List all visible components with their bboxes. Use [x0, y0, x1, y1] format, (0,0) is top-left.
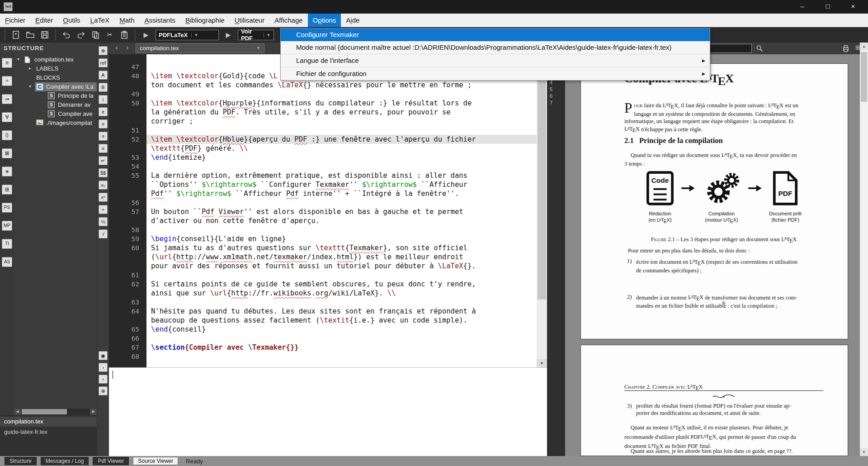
sidebar-tab-structure-list[interactable]: ≡: [2, 58, 12, 68]
sidebar-tab-braces[interactable]: {}: [2, 130, 12, 140]
scroll-right-icon[interactable]: ▶: [90, 409, 97, 415]
emphasis-icon[interactable]: e: [99, 107, 108, 116]
next-error-icon[interactable]: ›: [99, 363, 108, 372]
open-file-compilation-tex[interactable]: compilation.tex: [0, 417, 97, 427]
maximize-button[interactable]: □: [817, 0, 838, 14]
open-folder-button[interactable]: [24, 29, 36, 41]
title-bar[interactable]: TeX – □ ×: [0, 0, 868, 14]
scroll-left-icon[interactable]: ◀: [14, 409, 21, 415]
cut-button[interactable]: ✂: [104, 29, 116, 41]
menu-assistants[interactable]: Assistants: [140, 14, 180, 27]
close-button[interactable]: ×: [843, 0, 863, 14]
search-icon[interactable]: [756, 45, 763, 52]
enumerate-list-icon[interactable]: ≡: [99, 132, 108, 141]
square-root-icon[interactable]: √: [99, 229, 108, 238]
document-selector[interactable]: compilation.tex ▼: [136, 43, 264, 53]
newline-icon[interactable]: ↵: [99, 156, 108, 165]
run-button[interactable]: ▶: [140, 29, 152, 41]
scrollbar-thumb[interactable]: [861, 52, 867, 102]
bold-icon[interactable]: B: [99, 83, 108, 92]
collapse-icon[interactable]: ▾: [29, 84, 31, 89]
sidebar-tab-math-operators[interactable]: ÷: [2, 76, 12, 86]
menu-options[interactable]: Options: [308, 14, 341, 27]
menu-bibliographie[interactable]: Bibliographie: [180, 14, 230, 27]
sidebar-tab-tikz[interactable]: TI: [2, 239, 12, 249]
minimize-button[interactable]: –: [792, 0, 813, 14]
next-document-icon[interactable]: ›: [123, 43, 132, 51]
menu-outils[interactable]: Outils: [58, 14, 85, 27]
tree-item-images-compilat[interactable]: ./Images/compilat: [14, 119, 97, 128]
close-log-icon[interactable]: ⊗: [99, 386, 108, 395]
tree-item-d-marrer-av[interactable]: SDémarrer av: [14, 100, 97, 109]
paste-button[interactable]: [118, 29, 130, 41]
sidebar-tab-misc-symbols[interactable]: ∗: [2, 166, 12, 176]
scroll-down-icon[interactable]: ▼: [537, 359, 547, 367]
tree-item-labels[interactable]: ▸LABELS: [14, 64, 97, 73]
show-log-icon[interactable]: ◉: [99, 351, 108, 360]
menu-item-configurer-texmaker[interactable]: Configurer Texmaker: [281, 29, 710, 41]
scrollbar-thumb[interactable]: [538, 64, 546, 300]
open-file-guide-latex-fr-tex[interactable]: guide-latex-fr.tex: [0, 427, 97, 437]
menu-aide[interactable]: Aide: [341, 14, 364, 27]
pdf-vertical-scrollbar[interactable]: ▲ ▼: [860, 43, 868, 456]
editor-vertical-scrollbar[interactable]: ▲ ▼: [537, 54, 547, 367]
tree-item-compiler-avec-la[interactable]: ▾CCompiler avec \La: [14, 82, 97, 91]
tree-item-blocks[interactable]: BLOCKS: [14, 73, 97, 82]
inline-math-icon[interactable]: $$: [99, 168, 108, 177]
messages-log-panel[interactable]: [109, 367, 547, 456]
expand-icon[interactable]: ▸: [29, 66, 31, 71]
scrollbar-thumb[interactable]: [22, 409, 67, 414]
menu-math[interactable]: Math: [114, 14, 139, 27]
sidebar-tab-pstricks[interactable]: PS: [2, 203, 12, 213]
run-button[interactable]: ▶: [222, 29, 234, 41]
print-icon[interactable]: [842, 44, 850, 52]
division-icon[interactable]: ÷: [99, 205, 108, 214]
statusbar-source-viewer[interactable]: Source Viewer: [133, 457, 178, 465]
sidebar-tab-asymptote[interactable]: AS: [2, 257, 12, 267]
superscript-icon[interactable]: x¹: [99, 193, 108, 202]
new-document-button[interactable]: [10, 29, 22, 41]
menu-utilisateur[interactable]: Utilisateur: [230, 14, 270, 27]
collapse-icon[interactable]: ▾: [17, 57, 19, 62]
statusbar-structure[interactable]: Structure: [5, 457, 37, 465]
statusbar-messages-log[interactable]: Messages / Log: [41, 457, 89, 465]
source-editor[interactable]: 4748\item \textcolor{Gold}{code \Lton do…: [109, 54, 547, 367]
scroll-up-icon[interactable]: ▲: [860, 43, 868, 50]
menu-item-fichier-de-configuration[interactable]: Fichier de configuration▶: [281, 67, 710, 80]
fraction-icon[interactable]: ½: [99, 217, 108, 226]
subscript-icon[interactable]: x₁: [99, 181, 108, 190]
description-list-icon[interactable]: ≡: [99, 144, 108, 153]
compiler-select[interactable]: PDFLaTeX▼: [156, 30, 219, 40]
font-size-icon[interactable]: A: [99, 71, 108, 80]
sidebar-tab-grid-symbols[interactable]: ⊞: [2, 185, 12, 195]
save-button[interactable]: [39, 29, 51, 41]
menu-fichier[interactable]: Fichier: [0, 14, 30, 27]
itemize-list-icon[interactable]: ≡: [99, 119, 108, 128]
undo-button[interactable]: [61, 29, 72, 41]
sidebar-tab-boxes[interactable]: ⊠: [2, 148, 12, 158]
tree-horizontal-scrollbar[interactable]: ◀ ▶: [14, 409, 97, 415]
sidebar-tab-arrows[interactable]: ⇒: [2, 94, 12, 104]
previous-document-icon[interactable]: ‹: [112, 43, 121, 51]
tree-item-compilation-tex[interactable]: ▾compilation.tex: [14, 55, 97, 64]
copy-button[interactable]: [90, 29, 101, 41]
pdf-page-entry-6[interactable]: 6: [550, 93, 559, 99]
menu-item-mode-normal-document[interactable]: Mode normal (document maître actuel :D:\…: [281, 41, 710, 54]
scroll-down-icon[interactable]: ▼: [860, 448, 868, 456]
tree-item-compiler-ave[interactable]: SCompiler ave: [14, 109, 97, 119]
view-select[interactable]: Voir PDF▼: [238, 30, 274, 40]
sidebar-tab-quantifiers[interactable]: ∀: [2, 112, 12, 122]
label-ref-icon[interactable]: ref: [99, 58, 108, 67]
pdf-page-entry-7[interactable]: 7: [550, 100, 559, 105]
menu-affichage[interactable]: Affichage: [269, 14, 307, 27]
menu-latex[interactable]: LaTeX: [85, 14, 115, 27]
tree-item-principe-de-la[interactable]: SPrincipe de la: [14, 91, 97, 100]
menu-item-langue-de-linterface[interactable]: Langue de l'interface▶: [281, 54, 710, 67]
redo-button[interactable]: [75, 29, 87, 41]
menu-editer[interactable]: Editer: [30, 14, 58, 27]
statusbar-pdf-viewer[interactable]: Pdf Viewer: [93, 457, 129, 465]
italic-icon[interactable]: i: [99, 95, 108, 104]
sidebar-tab-metapost[interactable]: MP: [2, 221, 12, 231]
pdf-page-entry-5[interactable]: 5: [550, 86, 559, 92]
previous-error-icon[interactable]: ‹: [99, 375, 108, 384]
